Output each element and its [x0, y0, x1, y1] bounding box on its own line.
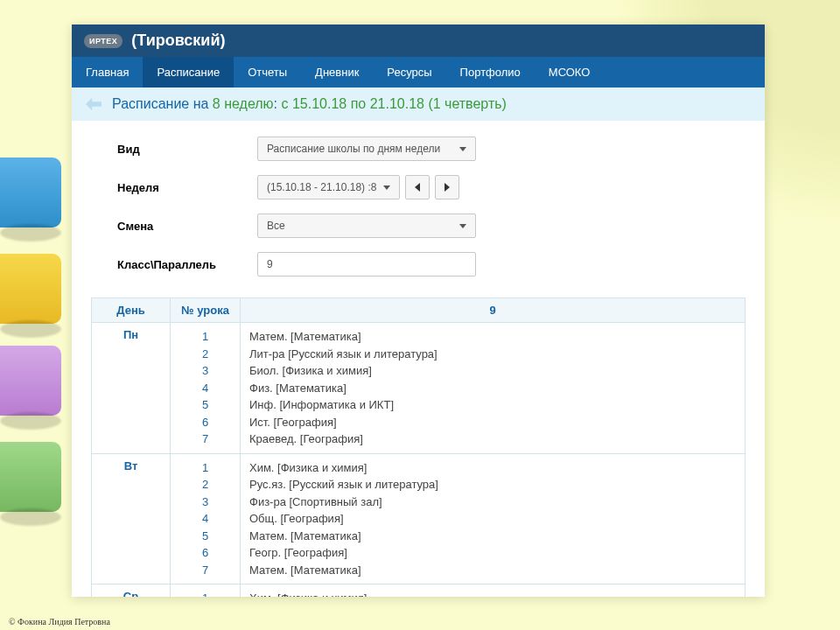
decor-ribbon-yellow [0, 254, 61, 324]
nav-item-2[interactable]: Отчеты [234, 57, 301, 88]
filters: Вид Расписание школы по дням недели Неде… [72, 121, 765, 298]
filter-week-value: (15.10.18 - 21.10.18) :8 [267, 181, 376, 193]
page-subheader: Расписание на 8 неделю: с 15.10.18 по 21… [72, 88, 765, 121]
nav-item-3[interactable]: Дневник [301, 57, 373, 88]
filter-class-field[interactable]: 9 [257, 252, 476, 276]
schedule-table: День № урока 9 Пн1234567Матем. [Математи… [91, 298, 746, 597]
th-num: № урока [171, 298, 241, 323]
decor-ribbon-purple [0, 346, 61, 416]
cell-day: Вт [92, 453, 171, 584]
th-class: 9 [241, 298, 746, 323]
cell-day: Пн [92, 323, 171, 454]
app-title: (Тировский) [131, 32, 225, 50]
cell-lesson-num: 1 [171, 584, 241, 598]
filter-week-label: Неделя [117, 181, 257, 194]
th-day: День [92, 298, 171, 323]
logo-badge: ИРТЕХ [84, 34, 122, 48]
filter-class-label: Класс\Параллель [117, 258, 257, 271]
subheader-week: 8 неделю [213, 96, 274, 111]
nav-item-1[interactable]: Расписание [143, 57, 234, 88]
filter-view-value: Расписание школы по дням недели [267, 143, 440, 155]
subheader-range: с 15.10.18 по 21.10.18 (1 четверть) [282, 96, 507, 111]
filter-shift-select[interactable]: Все [257, 214, 476, 238]
week-prev-button[interactable] [405, 175, 430, 200]
week-next-button[interactable] [435, 175, 459, 200]
filter-view-label: Вид [117, 143, 257, 156]
filter-view-select[interactable]: Расписание школы по дням недели [257, 136, 476, 161]
arrow-right-icon [444, 183, 450, 192]
cell-lesson-num: 1234567 [171, 453, 241, 584]
cell-subject: Хим. [Физика и химия] [241, 584, 746, 598]
table-row: Пн1234567Матем. [Математика]Лит-ра [Русс… [92, 323, 746, 454]
filter-shift-label: Смена [117, 220, 257, 233]
chevron-down-icon [459, 147, 466, 151]
decor-ribbon-blue [0, 158, 61, 228]
chevron-down-icon [383, 186, 390, 190]
chevron-down-icon [459, 224, 466, 228]
filter-shift-value: Все [267, 220, 285, 232]
back-icon[interactable] [84, 96, 103, 112]
cell-subject: Хим. [Физика и химия]Рус.яз. [Русский яз… [241, 453, 746, 584]
subheader-range-prefix: : [274, 96, 282, 111]
cell-lesson-num: 1234567 [171, 323, 241, 454]
subheader-prefix: Расписание на [112, 96, 213, 111]
nav-item-4[interactable]: Ресурсы [373, 57, 445, 88]
nav-item-6[interactable]: МСОКО [535, 57, 605, 88]
cell-subject: Матем. [Математика]Лит-ра [Русский язык … [241, 323, 746, 454]
filter-week-select[interactable]: (15.10.18 - 21.10.18) :8 [257, 175, 400, 200]
main-nav: ГлавнаяРасписаниеОтчетыДневникРесурсыПор… [72, 57, 765, 88]
table-row: Ср1Хим. [Физика и химия] [92, 584, 746, 598]
decor-ribbon-green [0, 442, 61, 512]
nav-item-5[interactable]: Портфолио [446, 57, 535, 88]
app-titlebar: ИРТЕХ (Тировский) [72, 24, 765, 57]
nav-item-0[interactable]: Главная [72, 57, 143, 88]
app-panel: ИРТЕХ (Тировский) ГлавнаяРасписаниеОтчет… [72, 24, 765, 597]
slide-credit: © Фокина Лидия Петровна [9, 617, 110, 626]
cell-day: Ср [92, 584, 171, 598]
table-row: Вт1234567Хим. [Физика и химия]Рус.яз. [Р… [92, 453, 746, 584]
arrow-left-icon [415, 183, 420, 192]
